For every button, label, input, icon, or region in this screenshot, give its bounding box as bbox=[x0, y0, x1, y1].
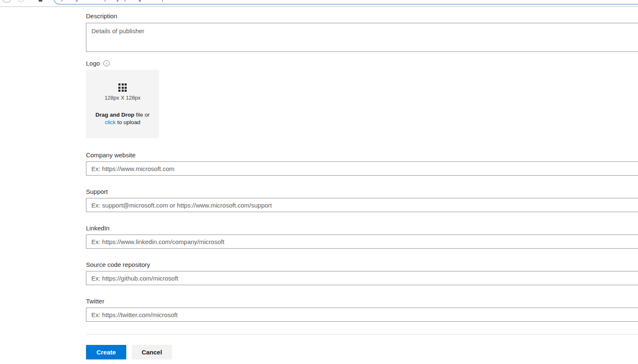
logo-label: Logo bbox=[86, 60, 100, 67]
linkedin-label: LinkedIn bbox=[86, 225, 110, 232]
url-text-remnant bbox=[76, 0, 78, 2]
click-to-upload-tail: to upload bbox=[115, 119, 140, 125]
logo-upload-dropzone[interactable]: 128px X 128px Drag and Drop file or clic… bbox=[86, 70, 159, 138]
url-text-remnant bbox=[61, 0, 62, 2]
support-label: Support bbox=[86, 188, 108, 195]
toolbar-icon-remnant bbox=[2, 0, 12, 3]
url-text-remnant bbox=[117, 0, 118, 2]
company-website-input[interactable] bbox=[86, 161, 638, 176]
browser-chrome-bottom-strip bbox=[0, 0, 638, 7]
browser-address-bar[interactable] bbox=[53, 0, 638, 5]
source-code-repository-input[interactable] bbox=[86, 271, 638, 285]
url-text-remnant bbox=[125, 0, 125, 2]
create-button[interactable]: Create bbox=[86, 345, 126, 359]
twitter-input[interactable] bbox=[86, 308, 638, 322]
click-to-upload-link[interactable]: click bbox=[105, 119, 115, 125]
source-code-repository-label: Source code repository bbox=[86, 261, 150, 268]
url-text-remnant bbox=[162, 0, 163, 2]
info-icon[interactable]: i bbox=[103, 60, 110, 66]
toolbar-icon-remnant bbox=[17, 0, 24, 2]
url-text-remnant bbox=[139, 0, 141, 2]
cancel-button[interactable]: Cancel bbox=[132, 345, 172, 359]
description-textarea[interactable] bbox=[86, 23, 638, 52]
url-text-remnant bbox=[105, 0, 106, 2]
grid-icon bbox=[118, 83, 127, 92]
footer-divider bbox=[86, 334, 638, 335]
drag-and-drop-tail: file or bbox=[135, 112, 150, 118]
twitter-label: Twitter bbox=[86, 298, 104, 305]
support-input[interactable] bbox=[86, 198, 638, 212]
linkedin-input[interactable] bbox=[86, 235, 638, 249]
toolbar-icon-remnant bbox=[39, 0, 42, 2]
description-label: Description bbox=[86, 12, 117, 20]
drag-and-drop-text: Drag and Drop file or bbox=[86, 112, 159, 118]
drag-and-drop-bold: Drag and Drop bbox=[96, 112, 135, 118]
logo-size-hint: 128px X 128px bbox=[86, 95, 159, 101]
click-to-upload-text: click to upload bbox=[86, 119, 159, 125]
company-website-label: Company website bbox=[86, 151, 135, 159]
